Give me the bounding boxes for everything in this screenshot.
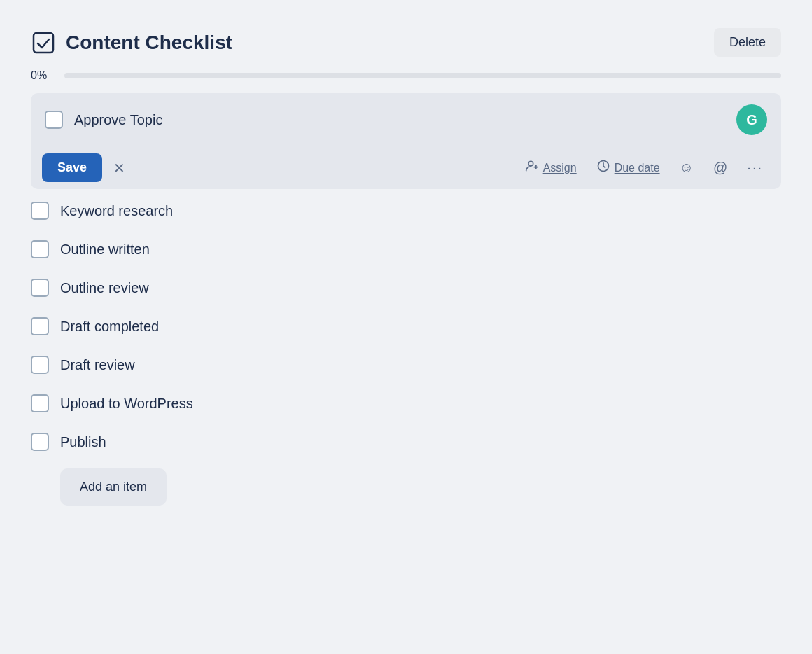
more-icon: ···	[747, 160, 763, 176]
add-item-button[interactable]: Add an item	[60, 468, 167, 506]
items-container: Keyword researchOutline writtenOutline r…	[31, 192, 781, 461]
checklist-item: Publish	[31, 423, 781, 461]
checklist: G Save ✕	[31, 93, 781, 461]
item-label-draft-completed: Draft completed	[60, 319, 159, 335]
progress-row: 0%	[31, 69, 781, 82]
header-left: Content Checklist	[31, 30, 232, 55]
page-title: Content Checklist	[66, 32, 232, 54]
clock-icon	[596, 159, 610, 176]
page-container: Content Checklist Delete 0% G Save ✕	[14, 14, 798, 654]
more-button[interactable]: ···	[740, 155, 770, 180]
due-date-button[interactable]: Due date	[589, 155, 667, 181]
cancel-icon: ✕	[113, 160, 125, 176]
save-button[interactable]: Save	[42, 153, 102, 182]
checklist-icon	[31, 30, 56, 55]
emoji-icon: ☺	[680, 160, 694, 176]
item-label-outline-written: Outline written	[60, 242, 150, 258]
delete-button[interactable]: Delete	[714, 28, 781, 57]
progress-label: 0%	[31, 69, 56, 82]
avatar: G	[736, 104, 767, 135]
mention-button[interactable]: @	[706, 155, 734, 180]
editing-item-top: G	[31, 93, 781, 146]
checklist-item: Draft completed	[31, 307, 781, 346]
add-item-row: Add an item	[31, 461, 781, 506]
item-label-upload-wordpress: Upload to WordPress	[60, 396, 193, 412]
item-label-keyword-research: Keyword research	[60, 203, 173, 219]
header: Content Checklist Delete	[31, 28, 781, 57]
checkbox-keyword-research[interactable]	[31, 202, 49, 220]
checkbox-draft-review[interactable]	[31, 356, 49, 374]
mention-icon: @	[713, 160, 727, 176]
checkbox-publish[interactable]	[31, 433, 49, 451]
checklist-item: Outline review	[31, 269, 781, 307]
checklist-item: Draft review	[31, 346, 781, 384]
checkbox-outline-review[interactable]	[31, 279, 49, 297]
editing-checkbox[interactable]	[45, 111, 63, 129]
due-date-label: Due date	[615, 162, 660, 174]
checkbox-outline-written[interactable]	[31, 240, 49, 258]
cancel-button[interactable]: ✕	[108, 154, 131, 182]
checklist-item: Outline written	[31, 230, 781, 269]
item-label-outline-review: Outline review	[60, 280, 149, 296]
svg-point-1	[528, 161, 533, 166]
emoji-button[interactable]: ☺	[673, 155, 701, 180]
svg-rect-0	[34, 33, 53, 53]
checkbox-draft-completed[interactable]	[31, 317, 49, 335]
assign-button[interactable]: Assign	[518, 155, 584, 181]
checklist-item: Upload to WordPress	[31, 384, 781, 423]
assign-label: Assign	[543, 162, 577, 174]
checklist-item: Keyword research	[31, 192, 781, 230]
assign-icon	[525, 159, 539, 176]
item-label-publish: Publish	[60, 434, 106, 450]
item-label-draft-review: Draft review	[60, 357, 135, 373]
checkbox-upload-wordpress[interactable]	[31, 394, 49, 412]
editing-input[interactable]	[74, 112, 725, 128]
editing-toolbar: Save ✕ Assign	[31, 146, 781, 189]
editing-item: G Save ✕	[31, 93, 781, 189]
progress-bar-background	[64, 73, 781, 78]
